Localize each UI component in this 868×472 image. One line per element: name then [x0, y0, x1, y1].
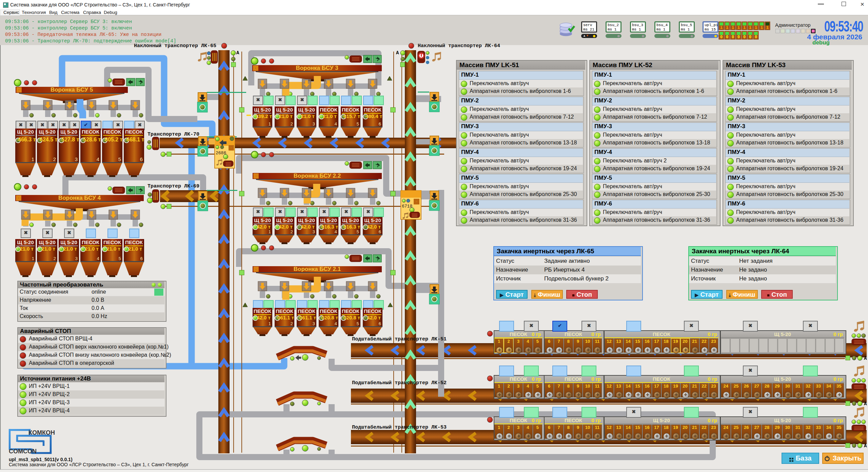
svg-text:i: i [749, 25, 751, 30]
svg-text:i: i [737, 25, 740, 30]
svg-text:0: 0 [726, 35, 728, 40]
svg-text:i: i [732, 25, 734, 30]
svg-text:0: 0 [737, 35, 740, 40]
svg-text:i: i [726, 25, 728, 30]
svg-text:i: i [761, 25, 763, 30]
svg-text:0: 0 [755, 35, 757, 40]
svg-text:i: i [720, 25, 723, 30]
svg-text:i: i [766, 25, 769, 30]
svg-text:i: i [755, 25, 757, 30]
svg-text:0: 0 [732, 35, 734, 40]
svg-text:0: 0 [720, 35, 723, 40]
svg-text:i: i [743, 25, 746, 30]
svg-text:0: 0 [743, 35, 746, 40]
svg-text:0: 0 [749, 35, 751, 40]
